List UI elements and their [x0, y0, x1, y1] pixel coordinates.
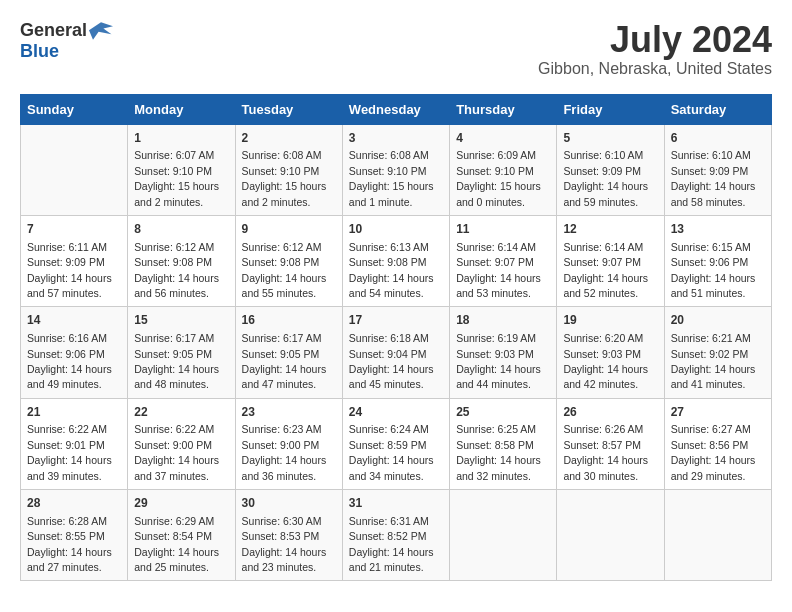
calendar-cell — [664, 490, 771, 581]
calendar-day-header: Sunday — [21, 94, 128, 124]
day-number: 15 — [134, 312, 228, 329]
day-detail: Sunrise: 6:07 AM Sunset: 9:10 PM Dayligh… — [134, 149, 219, 207]
calendar-cell: 23Sunrise: 6:23 AM Sunset: 9:00 PM Dayli… — [235, 398, 342, 489]
day-number: 21 — [27, 404, 121, 421]
calendar-cell: 13Sunrise: 6:15 AM Sunset: 9:06 PM Dayli… — [664, 215, 771, 306]
calendar-day-header: Monday — [128, 94, 235, 124]
calendar-cell: 2Sunrise: 6:08 AM Sunset: 9:10 PM Daylig… — [235, 124, 342, 215]
day-detail: Sunrise: 6:20 AM Sunset: 9:03 PM Dayligh… — [563, 332, 648, 390]
calendar-subtitle: Gibbon, Nebraska, United States — [538, 60, 772, 78]
day-detail: Sunrise: 6:22 AM Sunset: 9:00 PM Dayligh… — [134, 423, 219, 481]
calendar-cell: 17Sunrise: 6:18 AM Sunset: 9:04 PM Dayli… — [342, 307, 449, 398]
day-number: 19 — [563, 312, 657, 329]
day-number: 14 — [27, 312, 121, 329]
calendar-cell: 3Sunrise: 6:08 AM Sunset: 9:10 PM Daylig… — [342, 124, 449, 215]
calendar-title: July 2024 — [538, 20, 772, 60]
day-detail: Sunrise: 6:26 AM Sunset: 8:57 PM Dayligh… — [563, 423, 648, 481]
calendar-cell: 1Sunrise: 6:07 AM Sunset: 9:10 PM Daylig… — [128, 124, 235, 215]
day-number: 5 — [563, 130, 657, 147]
day-detail: Sunrise: 6:22 AM Sunset: 9:01 PM Dayligh… — [27, 423, 112, 481]
day-number: 2 — [242, 130, 336, 147]
day-number: 12 — [563, 221, 657, 238]
page-header: General Blue July 2024 Gibbon, Nebraska,… — [20, 20, 772, 78]
day-detail: Sunrise: 6:11 AM Sunset: 9:09 PM Dayligh… — [27, 241, 112, 299]
day-detail: Sunrise: 6:14 AM Sunset: 9:07 PM Dayligh… — [563, 241, 648, 299]
day-number: 17 — [349, 312, 443, 329]
calendar-cell: 22Sunrise: 6:22 AM Sunset: 9:00 PM Dayli… — [128, 398, 235, 489]
logo-bird-icon — [89, 22, 113, 40]
day-number: 26 — [563, 404, 657, 421]
day-detail: Sunrise: 6:08 AM Sunset: 9:10 PM Dayligh… — [349, 149, 434, 207]
day-number: 22 — [134, 404, 228, 421]
day-detail: Sunrise: 6:08 AM Sunset: 9:10 PM Dayligh… — [242, 149, 327, 207]
calendar-cell: 4Sunrise: 6:09 AM Sunset: 9:10 PM Daylig… — [450, 124, 557, 215]
day-number: 11 — [456, 221, 550, 238]
day-number: 30 — [242, 495, 336, 512]
calendar-cell: 16Sunrise: 6:17 AM Sunset: 9:05 PM Dayli… — [235, 307, 342, 398]
day-detail: Sunrise: 6:14 AM Sunset: 9:07 PM Dayligh… — [456, 241, 541, 299]
calendar-cell — [450, 490, 557, 581]
day-detail: Sunrise: 6:10 AM Sunset: 9:09 PM Dayligh… — [671, 149, 756, 207]
day-number: 24 — [349, 404, 443, 421]
calendar-day-header: Thursday — [450, 94, 557, 124]
day-detail: Sunrise: 6:12 AM Sunset: 9:08 PM Dayligh… — [134, 241, 219, 299]
calendar-cell: 27Sunrise: 6:27 AM Sunset: 8:56 PM Dayli… — [664, 398, 771, 489]
calendar-cell: 15Sunrise: 6:17 AM Sunset: 9:05 PM Dayli… — [128, 307, 235, 398]
day-detail: Sunrise: 6:15 AM Sunset: 9:06 PM Dayligh… — [671, 241, 756, 299]
calendar-cell: 12Sunrise: 6:14 AM Sunset: 9:07 PM Dayli… — [557, 215, 664, 306]
svg-marker-0 — [89, 22, 113, 40]
calendar-cell: 18Sunrise: 6:19 AM Sunset: 9:03 PM Dayli… — [450, 307, 557, 398]
logo-blue-text: Blue — [20, 41, 59, 61]
day-detail: Sunrise: 6:17 AM Sunset: 9:05 PM Dayligh… — [134, 332, 219, 390]
day-detail: Sunrise: 6:09 AM Sunset: 9:10 PM Dayligh… — [456, 149, 541, 207]
day-number: 18 — [456, 312, 550, 329]
day-detail: Sunrise: 6:12 AM Sunset: 9:08 PM Dayligh… — [242, 241, 327, 299]
day-number: 1 — [134, 130, 228, 147]
calendar-cell: 5Sunrise: 6:10 AM Sunset: 9:09 PM Daylig… — [557, 124, 664, 215]
calendar-cell: 21Sunrise: 6:22 AM Sunset: 9:01 PM Dayli… — [21, 398, 128, 489]
calendar-cell: 25Sunrise: 6:25 AM Sunset: 8:58 PM Dayli… — [450, 398, 557, 489]
calendar-cell — [557, 490, 664, 581]
day-detail: Sunrise: 6:25 AM Sunset: 8:58 PM Dayligh… — [456, 423, 541, 481]
day-detail: Sunrise: 6:24 AM Sunset: 8:59 PM Dayligh… — [349, 423, 434, 481]
calendar-cell — [21, 124, 128, 215]
day-number: 16 — [242, 312, 336, 329]
calendar-table: SundayMondayTuesdayWednesdayThursdayFrid… — [20, 94, 772, 582]
calendar-cell: 24Sunrise: 6:24 AM Sunset: 8:59 PM Dayli… — [342, 398, 449, 489]
day-number: 13 — [671, 221, 765, 238]
day-detail: Sunrise: 6:23 AM Sunset: 9:00 PM Dayligh… — [242, 423, 327, 481]
day-detail: Sunrise: 6:19 AM Sunset: 9:03 PM Dayligh… — [456, 332, 541, 390]
calendar-week-row: 28Sunrise: 6:28 AM Sunset: 8:55 PM Dayli… — [21, 490, 772, 581]
calendar-cell: 26Sunrise: 6:26 AM Sunset: 8:57 PM Dayli… — [557, 398, 664, 489]
calendar-cell: 14Sunrise: 6:16 AM Sunset: 9:06 PM Dayli… — [21, 307, 128, 398]
calendar-week-row: 7Sunrise: 6:11 AM Sunset: 9:09 PM Daylig… — [21, 215, 772, 306]
day-number: 25 — [456, 404, 550, 421]
calendar-cell: 10Sunrise: 6:13 AM Sunset: 9:08 PM Dayli… — [342, 215, 449, 306]
calendar-cell: 8Sunrise: 6:12 AM Sunset: 9:08 PM Daylig… — [128, 215, 235, 306]
calendar-cell: 28Sunrise: 6:28 AM Sunset: 8:55 PM Dayli… — [21, 490, 128, 581]
day-detail: Sunrise: 6:16 AM Sunset: 9:06 PM Dayligh… — [27, 332, 112, 390]
calendar-day-header: Friday — [557, 94, 664, 124]
day-number: 9 — [242, 221, 336, 238]
day-detail: Sunrise: 6:29 AM Sunset: 8:54 PM Dayligh… — [134, 515, 219, 573]
day-number: 6 — [671, 130, 765, 147]
calendar-week-row: 21Sunrise: 6:22 AM Sunset: 9:01 PM Dayli… — [21, 398, 772, 489]
calendar-cell: 11Sunrise: 6:14 AM Sunset: 9:07 PM Dayli… — [450, 215, 557, 306]
day-detail: Sunrise: 6:27 AM Sunset: 8:56 PM Dayligh… — [671, 423, 756, 481]
calendar-cell: 7Sunrise: 6:11 AM Sunset: 9:09 PM Daylig… — [21, 215, 128, 306]
calendar-cell: 6Sunrise: 6:10 AM Sunset: 9:09 PM Daylig… — [664, 124, 771, 215]
day-number: 29 — [134, 495, 228, 512]
day-detail: Sunrise: 6:30 AM Sunset: 8:53 PM Dayligh… — [242, 515, 327, 573]
day-number: 23 — [242, 404, 336, 421]
day-number: 7 — [27, 221, 121, 238]
calendar-cell: 30Sunrise: 6:30 AM Sunset: 8:53 PM Dayli… — [235, 490, 342, 581]
day-number: 3 — [349, 130, 443, 147]
day-number: 4 — [456, 130, 550, 147]
day-detail: Sunrise: 6:17 AM Sunset: 9:05 PM Dayligh… — [242, 332, 327, 390]
calendar-cell: 9Sunrise: 6:12 AM Sunset: 9:08 PM Daylig… — [235, 215, 342, 306]
calendar-week-row: 1Sunrise: 6:07 AM Sunset: 9:10 PM Daylig… — [21, 124, 772, 215]
calendar-cell: 20Sunrise: 6:21 AM Sunset: 9:02 PM Dayli… — [664, 307, 771, 398]
title-area: July 2024 Gibbon, Nebraska, United State… — [538, 20, 772, 78]
logo-general-text: General — [20, 20, 87, 41]
day-number: 8 — [134, 221, 228, 238]
